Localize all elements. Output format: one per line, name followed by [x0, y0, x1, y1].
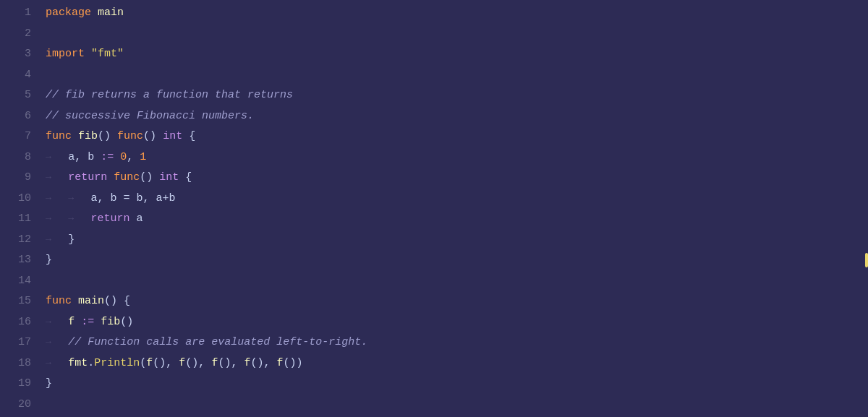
code-line-3: import "fmt": [40, 44, 868, 65]
line-number-15: 15: [0, 291, 31, 312]
token-name-b: b: [110, 189, 116, 210]
token-comment: // Function calls are evaluated left-to-…: [68, 332, 367, 353]
tab-marker: →: [46, 312, 68, 333]
token-plain: ,: [198, 353, 211, 374]
token-name-f: f: [276, 353, 283, 374]
tab-marker: →: [46, 189, 68, 210]
token-plain: [94, 312, 101, 333]
tab-marker: →: [46, 353, 68, 374]
token-name-a: a: [136, 209, 142, 230]
token-plain: {: [117, 291, 130, 312]
token-plain: ,: [263, 353, 276, 374]
code-line-11: → → return a: [40, 209, 868, 230]
tab-marker: →: [46, 147, 68, 168]
token-name-f: f: [146, 353, 153, 374]
token-punctuation: (): [104, 291, 117, 312]
code-line-14: [40, 271, 868, 292]
line-number-18: 18: [0, 353, 31, 374]
token-plain: [129, 209, 136, 230]
code-line-19: }: [40, 374, 868, 395]
code-area[interactable]: package mainimport "fmt"// fib returns a…: [40, 0, 868, 417]
token-number: 0: [120, 147, 127, 168]
line-number-10: 10: [0, 189, 31, 210]
code-line-12: → }: [40, 230, 868, 251]
line-number-6: 6: [0, 106, 31, 127]
token-plain: .: [88, 353, 94, 374]
token-punctuation: (): [143, 126, 156, 147]
code-line-9: → return func() int {: [40, 168, 868, 189]
token-kw-func: func: [117, 126, 143, 147]
code-line-15: func main() {: [40, 291, 868, 312]
token-punctuation: }: [46, 374, 52, 395]
code-editor: 1234567891011121314151617181920 package …: [0, 0, 868, 417]
tab-marker: →: [46, 332, 68, 353]
line-number-16: 16: [0, 312, 31, 333]
token-plain: ,: [75, 147, 88, 168]
token-plain: ,: [231, 353, 244, 374]
token-kw-package: package: [46, 3, 91, 24]
token-kw-return: return: [90, 209, 129, 230]
token-punctuation: (): [140, 168, 153, 189]
tab-marker: →: [46, 230, 68, 251]
token-plain: ,: [97, 189, 110, 210]
token-name-fib: fib: [101, 312, 120, 333]
token-name-a: a: [90, 189, 97, 210]
token-type-int: int: [159, 168, 179, 189]
token-plain: [156, 126, 163, 147]
token-plain: [72, 126, 78, 147]
token-punctuation: (: [140, 353, 146, 374]
token-name-fmt: fmt: [68, 353, 88, 374]
token-name-main: main: [98, 3, 124, 24]
token-punctuation: ()): [283, 353, 302, 374]
tab-marker: →: [68, 189, 90, 210]
token-punctuation: (): [218, 353, 231, 374]
code-line-1: package main: [40, 3, 868, 24]
line-number-13: 13: [0, 250, 31, 271]
tab-marker: →: [46, 168, 68, 189]
token-string: "fmt": [91, 44, 124, 65]
token-plain: [72, 291, 78, 312]
token-assign-op: :=: [81, 312, 94, 333]
token-kw-func: func: [46, 291, 72, 312]
code-line-8: → a, b := 0, 1: [40, 147, 868, 168]
line-number-12: 12: [0, 230, 31, 251]
token-name-f: f: [68, 312, 75, 333]
line-number-8: 8: [0, 147, 31, 168]
token-plain: [116, 189, 123, 210]
line-number-3: 3: [0, 44, 31, 65]
token-op: =: [124, 189, 130, 210]
code-line-13: }: [40, 250, 868, 271]
line-number-11: 11: [0, 209, 31, 230]
code-line-16: → f := fib(): [40, 312, 868, 333]
tab-marker: →: [68, 209, 90, 230]
line-number-1: 1: [0, 3, 31, 24]
tab-marker: →: [46, 209, 68, 230]
code-line-4: [40, 65, 868, 86]
token-assign-op: :=: [101, 147, 114, 168]
token-op: +: [163, 189, 169, 210]
line-number-2: 2: [0, 24, 31, 45]
line-number-20: 20: [0, 395, 31, 416]
token-plain: {: [179, 168, 192, 189]
token-plain: ,: [143, 189, 156, 210]
token-name-b: b: [88, 147, 94, 168]
token-name-b: b: [169, 189, 176, 210]
token-type-int: int: [163, 126, 182, 147]
token-kw-func: func: [46, 126, 72, 147]
token-name-a: a: [68, 147, 75, 168]
line-number-9: 9: [0, 168, 31, 189]
token-name-f: f: [179, 353, 185, 374]
token-punctuation: (): [120, 312, 133, 333]
code-line-17: → // Function calls are evaluated left-t…: [40, 332, 868, 353]
token-punctuation: (): [185, 353, 198, 374]
code-line-7: func fib() func() int {: [40, 126, 868, 147]
token-punctuation: (): [153, 353, 166, 374]
token-plain: ,: [166, 353, 179, 374]
code-line-5: // fib returns a function that returns: [40, 85, 868, 106]
token-punctuation: (): [98, 126, 111, 147]
line-number-14: 14: [0, 271, 31, 292]
token-name-f: f: [211, 353, 218, 374]
token-punctuation: }: [68, 230, 75, 251]
token-comment: // fib returns a function that returns: [46, 85, 293, 106]
token-comment: // successive Fibonacci numbers.: [46, 106, 254, 127]
